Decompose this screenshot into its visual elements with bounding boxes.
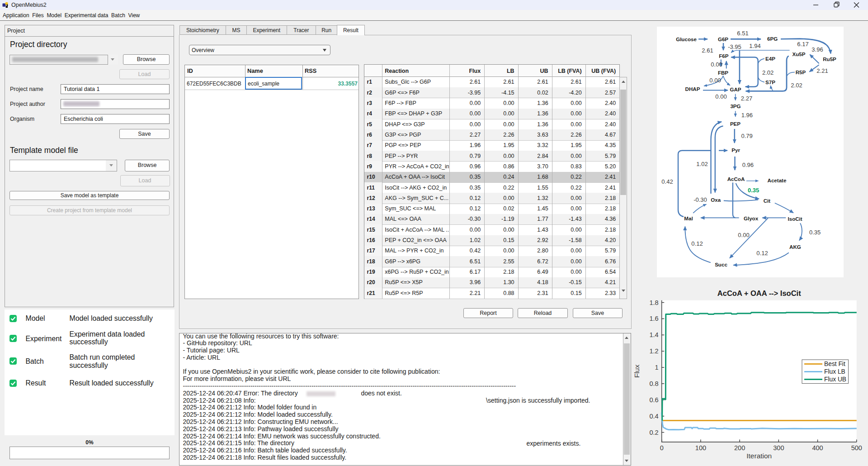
svg-text:6PG: 6PG (767, 36, 778, 42)
svg-text:PEP: PEP (730, 121, 741, 127)
svg-text:Flux UB: Flux UB (824, 376, 846, 383)
svg-text:Flux: Flux (633, 365, 641, 378)
svg-text:0: 0 (660, 444, 664, 452)
svg-text:0.00: 0.00 (709, 77, 721, 84)
svg-text:-0.30: -0.30 (693, 196, 707, 203)
svg-text:E4P: E4P (765, 56, 775, 62)
svg-text:F6P: F6P (719, 53, 729, 59)
svg-text:AcCoA: AcCoA (727, 176, 745, 182)
svg-text:3PG: 3PG (730, 103, 741, 109)
svg-text:Best Fit: Best Fit (824, 361, 845, 367)
svg-text:FBP: FBP (718, 70, 728, 76)
svg-text:1.94: 1.94 (749, 43, 760, 49)
svg-text:IsoCit: IsoCit (788, 216, 802, 222)
svg-text:AcCoA + OAA --> IsoCit: AcCoA + OAA --> IsoCit (717, 289, 801, 297)
svg-text:Pyr: Pyr (731, 147, 740, 153)
svg-text:200: 200 (734, 444, 745, 452)
svg-text:Mal: Mal (684, 215, 693, 221)
svg-text:0.4: 0.4 (650, 413, 659, 420)
svg-text:Ru5P: Ru5P (823, 56, 836, 62)
svg-text:2.02: 2.02 (762, 69, 774, 76)
svg-text:500: 500 (851, 444, 862, 452)
svg-text:Iteration: Iteration (746, 452, 772, 460)
svg-text:300: 300 (773, 444, 784, 452)
svg-text:0.12: 0.12 (756, 250, 768, 257)
svg-text:6.51: 6.51 (737, 30, 748, 37)
svg-text:1.96: 1.96 (741, 112, 753, 119)
svg-text:0.42: 0.42 (661, 178, 673, 185)
svg-text:Glyox: Glyox (744, 215, 759, 221)
svg-text:0.2: 0.2 (650, 429, 659, 436)
svg-text:1: 1 (655, 364, 659, 371)
svg-text:2.61: 2.61 (702, 47, 713, 54)
svg-text:1.6: 1.6 (650, 315, 659, 322)
svg-text:G6P: G6P (718, 36, 728, 42)
svg-text:0.8: 0.8 (650, 380, 659, 387)
svg-text:Xu5P: Xu5P (793, 51, 806, 57)
svg-text:Glucose: Glucose (676, 36, 697, 42)
svg-text:0.12: 0.12 (691, 240, 703, 247)
svg-text:2.21: 2.21 (816, 67, 828, 74)
svg-text:Succ: Succ (715, 262, 727, 267)
svg-text:3.96: 3.96 (811, 46, 823, 53)
svg-text:0.00: 0.00 (711, 61, 722, 68)
svg-text:2.02: 2.02 (791, 82, 802, 89)
svg-text:0.35: 0.35 (809, 229, 821, 236)
svg-text:AKG: AKG (789, 244, 801, 250)
svg-text:6.17: 6.17 (797, 41, 808, 48)
svg-text:Flux LB: Flux LB (824, 368, 845, 375)
svg-text:0.96: 0.96 (742, 162, 754, 168)
svg-text:DHAP: DHAP (685, 86, 700, 92)
svg-text:S7P: S7P (765, 79, 775, 85)
svg-text:0.00: 0.00 (738, 232, 749, 238)
svg-text:400: 400 (812, 444, 823, 452)
svg-text:R5P: R5P (796, 69, 806, 75)
svg-text:100: 100 (695, 444, 706, 452)
svg-text:0.6: 0.6 (650, 396, 659, 404)
svg-text:1.4: 1.4 (650, 331, 659, 338)
svg-text:Acetate: Acetate (768, 177, 787, 183)
svg-text:1.2: 1.2 (650, 347, 659, 355)
svg-text:Oxa: Oxa (711, 197, 721, 203)
svg-text:2.27: 2.27 (741, 95, 752, 102)
svg-text:Cit: Cit (764, 198, 771, 204)
svg-text:1.8: 1.8 (650, 299, 659, 306)
svg-text:0.00: 0.00 (715, 93, 726, 100)
svg-text:0.79: 0.79 (741, 133, 752, 139)
svg-text:0.35: 0.35 (748, 187, 759, 194)
svg-text:-3.95: -3.95 (728, 43, 741, 50)
svg-text:1.02: 1.02 (696, 161, 708, 167)
svg-text:GAP: GAP (730, 86, 741, 92)
